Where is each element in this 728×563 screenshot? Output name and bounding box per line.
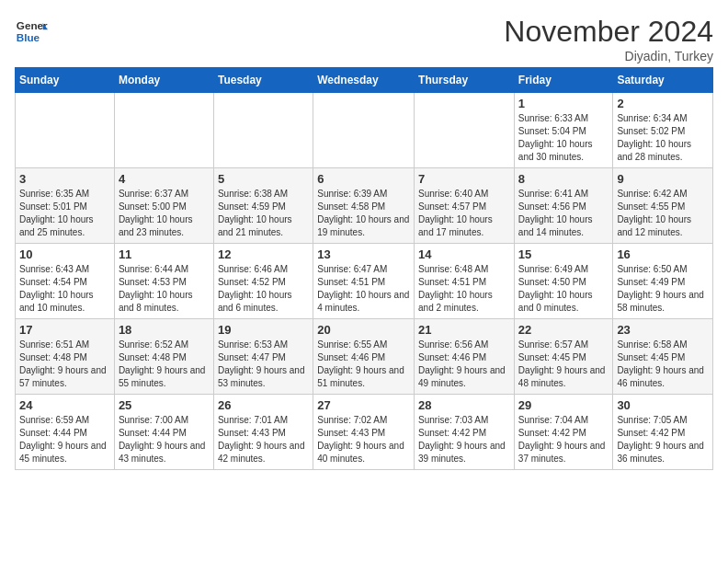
calendar-cell: 6Sunrise: 6:39 AM Sunset: 4:58 PM Daylig… [313, 168, 415, 244]
cell-content: Sunrise: 7:02 AM Sunset: 4:43 PM Dayligh… [317, 414, 410, 465]
day-number: 6 [317, 172, 410, 186]
calendar-week-3: 10Sunrise: 6:43 AM Sunset: 4:54 PM Dayli… [16, 244, 713, 319]
day-number: 29 [518, 398, 609, 412]
day-header-thursday: Thursday [415, 68, 515, 93]
calendar-cell [313, 93, 415, 168]
day-number: 2 [617, 97, 709, 110]
day-number: 19 [218, 323, 309, 337]
cell-content: Sunrise: 6:53 AM Sunset: 4:47 PM Dayligh… [218, 339, 309, 390]
day-number: 1 [518, 97, 609, 110]
cell-content: Sunrise: 6:37 AM Sunset: 5:00 PM Dayligh… [119, 188, 210, 239]
calendar-cell: 18Sunrise: 6:52 AM Sunset: 4:48 PM Dayli… [114, 319, 213, 395]
day-number: 4 [119, 172, 210, 186]
calendar-cell: 14Sunrise: 6:48 AM Sunset: 4:51 PM Dayli… [415, 244, 515, 319]
day-number: 16 [617, 247, 709, 261]
calendar-cell: 30Sunrise: 7:05 AM Sunset: 4:42 PM Dayli… [613, 395, 713, 470]
calendar-table: SundayMondayTuesdayWednesdayThursdayFrid… [15, 67, 713, 470]
cell-content: Sunrise: 7:00 AM Sunset: 4:44 PM Dayligh… [119, 414, 210, 465]
calendar-cell: 22Sunrise: 6:57 AM Sunset: 4:45 PM Dayli… [514, 319, 613, 395]
day-number: 30 [617, 398, 709, 412]
calendar-cell [415, 93, 515, 168]
calendar-cell: 7Sunrise: 6:40 AM Sunset: 4:57 PM Daylig… [415, 168, 515, 244]
day-number: 21 [418, 323, 510, 337]
calendar-cell [213, 93, 313, 168]
calendar-cell [114, 93, 213, 168]
cell-content: Sunrise: 6:39 AM Sunset: 4:58 PM Dayligh… [317, 188, 410, 239]
calendar-cell: 17Sunrise: 6:51 AM Sunset: 4:48 PM Dayli… [16, 319, 115, 395]
calendar-cell: 1Sunrise: 6:33 AM Sunset: 5:04 PM Daylig… [514, 93, 613, 168]
day-number: 7 [418, 172, 510, 186]
calendar-cell: 23Sunrise: 6:58 AM Sunset: 4:45 PM Dayli… [613, 319, 713, 395]
day-number: 25 [119, 398, 210, 412]
calendar-cell: 11Sunrise: 6:44 AM Sunset: 4:53 PM Dayli… [114, 244, 213, 319]
day-header-monday: Monday [114, 68, 213, 93]
logo-icon: General Blue [15, 15, 48, 48]
svg-text:Blue: Blue [17, 31, 40, 43]
calendar-cell: 9Sunrise: 6:42 AM Sunset: 4:55 PM Daylig… [613, 168, 713, 244]
cell-content: Sunrise: 6:58 AM Sunset: 4:45 PM Dayligh… [617, 339, 709, 390]
cell-content: Sunrise: 7:03 AM Sunset: 4:42 PM Dayligh… [418, 414, 510, 465]
cell-content: Sunrise: 6:34 AM Sunset: 5:02 PM Dayligh… [617, 112, 709, 164]
cell-content: Sunrise: 6:33 AM Sunset: 5:04 PM Dayligh… [518, 112, 609, 164]
day-number: 22 [518, 323, 609, 337]
cell-content: Sunrise: 6:41 AM Sunset: 4:56 PM Dayligh… [518, 188, 609, 239]
day-number: 23 [617, 323, 709, 337]
cell-content: Sunrise: 6:59 AM Sunset: 4:44 PM Dayligh… [19, 414, 110, 465]
cell-content: Sunrise: 6:35 AM Sunset: 5:01 PM Dayligh… [19, 188, 110, 239]
cell-content: Sunrise: 6:57 AM Sunset: 4:45 PM Dayligh… [518, 339, 609, 390]
cell-content: Sunrise: 6:43 AM Sunset: 4:54 PM Dayligh… [19, 263, 110, 315]
cell-content: Sunrise: 6:55 AM Sunset: 4:46 PM Dayligh… [317, 339, 410, 390]
calendar-week-2: 3Sunrise: 6:35 AM Sunset: 5:01 PM Daylig… [16, 168, 713, 244]
calendar-cell: 27Sunrise: 7:02 AM Sunset: 4:43 PM Dayli… [313, 395, 415, 470]
day-number: 13 [317, 247, 410, 261]
cell-content: Sunrise: 6:56 AM Sunset: 4:46 PM Dayligh… [418, 339, 510, 390]
calendar-cell [16, 93, 115, 168]
calendar-cell: 19Sunrise: 6:53 AM Sunset: 4:47 PM Dayli… [213, 319, 313, 395]
logo: General Blue [15, 15, 48, 48]
cell-content: Sunrise: 6:44 AM Sunset: 4:53 PM Dayligh… [119, 263, 210, 315]
day-number: 14 [418, 247, 510, 261]
calendar-cell: 5Sunrise: 6:38 AM Sunset: 4:59 PM Daylig… [213, 168, 313, 244]
day-header-wednesday: Wednesday [313, 68, 415, 93]
day-number: 9 [617, 172, 709, 186]
calendar-cell: 12Sunrise: 6:46 AM Sunset: 4:52 PM Dayli… [213, 244, 313, 319]
calendar-cell: 24Sunrise: 6:59 AM Sunset: 4:44 PM Dayli… [16, 395, 115, 470]
cell-content: Sunrise: 6:49 AM Sunset: 4:50 PM Dayligh… [518, 263, 609, 315]
cell-content: Sunrise: 6:50 AM Sunset: 4:49 PM Dayligh… [617, 263, 709, 315]
calendar-cell: 4Sunrise: 6:37 AM Sunset: 5:00 PM Daylig… [114, 168, 213, 244]
cell-content: Sunrise: 7:04 AM Sunset: 4:42 PM Dayligh… [518, 414, 609, 465]
calendar-cell: 13Sunrise: 6:47 AM Sunset: 4:51 PM Dayli… [313, 244, 415, 319]
day-number: 24 [19, 398, 110, 412]
page-header: General Blue November 2024 Diyadin, Turk… [15, 15, 713, 63]
calendar-cell: 28Sunrise: 7:03 AM Sunset: 4:42 PM Dayli… [415, 395, 515, 470]
cell-content: Sunrise: 6:46 AM Sunset: 4:52 PM Dayligh… [218, 263, 309, 315]
cell-content: Sunrise: 6:51 AM Sunset: 4:48 PM Dayligh… [19, 339, 110, 390]
calendar-cell: 8Sunrise: 6:41 AM Sunset: 4:56 PM Daylig… [514, 168, 613, 244]
calendar-week-1: 1Sunrise: 6:33 AM Sunset: 5:04 PM Daylig… [16, 93, 713, 168]
cell-content: Sunrise: 6:52 AM Sunset: 4:48 PM Dayligh… [119, 339, 210, 390]
calendar-cell: 25Sunrise: 7:00 AM Sunset: 4:44 PM Dayli… [114, 395, 213, 470]
calendar-cell: 21Sunrise: 6:56 AM Sunset: 4:46 PM Dayli… [415, 319, 515, 395]
location: Diyadin, Turkey [504, 49, 713, 63]
calendar-cell: 26Sunrise: 7:01 AM Sunset: 4:43 PM Dayli… [213, 395, 313, 470]
day-number: 3 [19, 172, 110, 186]
month-title: November 2024 [504, 15, 713, 49]
title-area: November 2024 Diyadin, Turkey [504, 15, 713, 63]
cell-content: Sunrise: 6:42 AM Sunset: 4:55 PM Dayligh… [617, 188, 709, 239]
day-number: 8 [518, 172, 609, 186]
cell-content: Sunrise: 6:38 AM Sunset: 4:59 PM Dayligh… [218, 188, 309, 239]
calendar-cell: 20Sunrise: 6:55 AM Sunset: 4:46 PM Dayli… [313, 319, 415, 395]
day-number: 11 [119, 247, 210, 261]
cell-content: Sunrise: 7:01 AM Sunset: 4:43 PM Dayligh… [218, 414, 309, 465]
calendar-week-4: 17Sunrise: 6:51 AM Sunset: 4:48 PM Dayli… [16, 319, 713, 395]
day-header-saturday: Saturday [613, 68, 713, 93]
calendar-week-5: 24Sunrise: 6:59 AM Sunset: 4:44 PM Dayli… [16, 395, 713, 470]
day-header-tuesday: Tuesday [213, 68, 313, 93]
day-number: 17 [19, 323, 110, 337]
day-number: 10 [19, 247, 110, 261]
calendar-cell: 15Sunrise: 6:49 AM Sunset: 4:50 PM Dayli… [514, 244, 613, 319]
calendar-cell: 10Sunrise: 6:43 AM Sunset: 4:54 PM Dayli… [16, 244, 115, 319]
cell-content: Sunrise: 7:05 AM Sunset: 4:42 PM Dayligh… [617, 414, 709, 465]
day-number: 26 [218, 398, 309, 412]
calendar-cell: 2Sunrise: 6:34 AM Sunset: 5:02 PM Daylig… [613, 93, 713, 168]
